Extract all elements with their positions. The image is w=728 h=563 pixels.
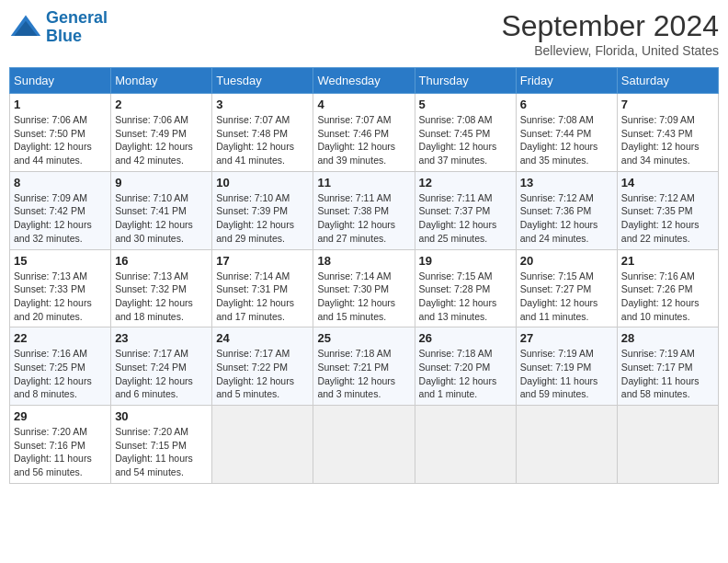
calendar-cell: 27Sunrise: 7:19 AM Sunset: 7:19 PM Dayli…: [516, 327, 617, 406]
calendar-cell: [516, 406, 617, 484]
calendar-cell: 16Sunrise: 7:13 AM Sunset: 7:32 PM Dayli…: [111, 249, 212, 327]
day-number: 14: [621, 176, 714, 190]
day-number: 9: [115, 176, 208, 190]
logo: General Blue: [9, 9, 108, 46]
day-number: 22: [14, 331, 107, 345]
day-number: 27: [520, 331, 613, 345]
col-wednesday: Wednesday: [313, 68, 415, 94]
col-tuesday: Tuesday: [212, 68, 313, 94]
title-area: September 2024 Belleview, Florida, Unite…: [501, 9, 719, 58]
col-sunday: Sunday: [10, 68, 111, 94]
calendar-cell: 23Sunrise: 7:17 AM Sunset: 7:24 PM Dayli…: [111, 327, 212, 406]
calendar-cell: 1Sunrise: 7:06 AM Sunset: 7:50 PM Daylig…: [10, 94, 111, 172]
day-number: 5: [419, 98, 512, 111]
day-number: 21: [621, 254, 714, 268]
day-info: Sunrise: 7:19 AM Sunset: 7:17 PM Dayligh…: [621, 347, 714, 401]
day-number: 24: [216, 331, 309, 345]
calendar-table: Sunday Monday Tuesday Wednesday Thursday…: [9, 67, 719, 484]
day-number: 26: [419, 331, 512, 345]
day-info: Sunrise: 7:15 AM Sunset: 7:27 PM Dayligh…: [520, 270, 613, 324]
day-number: 6: [520, 98, 613, 111]
calendar-week-row: 29Sunrise: 7:20 AM Sunset: 7:16 PM Dayli…: [10, 406, 719, 484]
calendar-week-row: 1Sunrise: 7:06 AM Sunset: 7:50 PM Daylig…: [10, 94, 719, 172]
location: Belleview, Florida, United States: [501, 43, 719, 58]
calendar-cell: 19Sunrise: 7:15 AM Sunset: 7:28 PM Dayli…: [415, 249, 516, 327]
day-number: 2: [115, 98, 208, 111]
day-info: Sunrise: 7:20 AM Sunset: 7:16 PM Dayligh…: [14, 425, 107, 479]
day-info: Sunrise: 7:13 AM Sunset: 7:32 PM Dayligh…: [115, 270, 208, 324]
day-info: Sunrise: 7:17 AM Sunset: 7:24 PM Dayligh…: [115, 347, 208, 401]
day-number: 12: [419, 176, 512, 190]
day-number: 8: [14, 176, 107, 190]
calendar-cell: 30Sunrise: 7:20 AM Sunset: 7:15 PM Dayli…: [111, 406, 212, 484]
day-info: Sunrise: 7:08 AM Sunset: 7:45 PM Dayligh…: [419, 113, 512, 167]
col-friday: Friday: [516, 68, 617, 94]
day-info: Sunrise: 7:09 AM Sunset: 7:42 PM Dayligh…: [14, 191, 107, 246]
calendar-cell: 7Sunrise: 7:09 AM Sunset: 7:43 PM Daylig…: [617, 94, 718, 172]
day-number: 15: [14, 254, 107, 268]
day-number: 30: [115, 409, 208, 423]
calendar-cell: [415, 406, 516, 484]
day-info: Sunrise: 7:17 AM Sunset: 7:22 PM Dayligh…: [216, 347, 309, 401]
calendar-cell: 9Sunrise: 7:10 AM Sunset: 7:41 PM Daylig…: [111, 171, 212, 249]
calendar-cell: [212, 406, 313, 484]
calendar-cell: [617, 406, 718, 484]
calendar-week-row: 8Sunrise: 7:09 AM Sunset: 7:42 PM Daylig…: [10, 171, 719, 249]
calendar-cell: 3Sunrise: 7:07 AM Sunset: 7:48 PM Daylig…: [212, 94, 313, 172]
day-number: 20: [520, 254, 613, 268]
day-info: Sunrise: 7:16 AM Sunset: 7:26 PM Dayligh…: [621, 270, 714, 324]
day-info: Sunrise: 7:20 AM Sunset: 7:15 PM Dayligh…: [115, 425, 208, 479]
calendar-header-row: Sunday Monday Tuesday Wednesday Thursday…: [10, 68, 719, 94]
calendar-week-row: 15Sunrise: 7:13 AM Sunset: 7:33 PM Dayli…: [10, 249, 719, 327]
day-number: 13: [520, 176, 613, 190]
day-number: 11: [317, 176, 410, 190]
col-thursday: Thursday: [415, 68, 516, 94]
calendar-cell: 28Sunrise: 7:19 AM Sunset: 7:17 PM Dayli…: [617, 327, 718, 406]
day-info: Sunrise: 7:09 AM Sunset: 7:43 PM Dayligh…: [621, 113, 714, 167]
calendar-cell: 24Sunrise: 7:17 AM Sunset: 7:22 PM Dayli…: [212, 327, 313, 406]
calendar-cell: 4Sunrise: 7:07 AM Sunset: 7:46 PM Daylig…: [313, 94, 415, 172]
calendar-week-row: 22Sunrise: 7:16 AM Sunset: 7:25 PM Dayli…: [10, 327, 719, 406]
calendar-cell: [313, 406, 415, 484]
day-number: 16: [115, 254, 208, 268]
day-info: Sunrise: 7:07 AM Sunset: 7:46 PM Dayligh…: [317, 113, 410, 167]
day-info: Sunrise: 7:13 AM Sunset: 7:33 PM Dayligh…: [14, 270, 107, 324]
day-number: 3: [216, 98, 309, 111]
calendar-cell: 21Sunrise: 7:16 AM Sunset: 7:26 PM Dayli…: [617, 249, 718, 327]
day-number: 10: [216, 176, 309, 190]
calendar-cell: 6Sunrise: 7:08 AM Sunset: 7:44 PM Daylig…: [516, 94, 617, 172]
day-info: Sunrise: 7:06 AM Sunset: 7:49 PM Dayligh…: [115, 113, 208, 167]
logo-icon: [9, 11, 42, 44]
month-title: September 2024: [501, 9, 719, 43]
calendar-cell: 26Sunrise: 7:18 AM Sunset: 7:20 PM Dayli…: [415, 327, 516, 406]
day-number: 1: [14, 98, 107, 111]
day-number: 28: [621, 331, 714, 345]
day-info: Sunrise: 7:16 AM Sunset: 7:25 PM Dayligh…: [14, 347, 107, 401]
day-info: Sunrise: 7:07 AM Sunset: 7:48 PM Dayligh…: [216, 113, 309, 167]
day-info: Sunrise: 7:10 AM Sunset: 7:41 PM Dayligh…: [115, 191, 208, 246]
calendar-cell: 12Sunrise: 7:11 AM Sunset: 7:37 PM Dayli…: [415, 171, 516, 249]
day-info: Sunrise: 7:15 AM Sunset: 7:28 PM Dayligh…: [419, 270, 512, 324]
day-info: Sunrise: 7:10 AM Sunset: 7:39 PM Dayligh…: [216, 191, 309, 246]
day-info: Sunrise: 7:08 AM Sunset: 7:44 PM Dayligh…: [520, 113, 613, 167]
logo-text: General Blue: [46, 9, 108, 46]
calendar-cell: 5Sunrise: 7:08 AM Sunset: 7:45 PM Daylig…: [415, 94, 516, 172]
day-info: Sunrise: 7:11 AM Sunset: 7:38 PM Dayligh…: [317, 191, 410, 246]
calendar-cell: 18Sunrise: 7:14 AM Sunset: 7:30 PM Dayli…: [313, 249, 415, 327]
day-info: Sunrise: 7:11 AM Sunset: 7:37 PM Dayligh…: [419, 191, 512, 246]
day-number: 4: [317, 98, 410, 111]
col-monday: Monday: [111, 68, 212, 94]
calendar-cell: 13Sunrise: 7:12 AM Sunset: 7:36 PM Dayli…: [516, 171, 617, 249]
day-info: Sunrise: 7:06 AM Sunset: 7:50 PM Dayligh…: [14, 113, 107, 167]
calendar-cell: 11Sunrise: 7:11 AM Sunset: 7:38 PM Dayli…: [313, 171, 415, 249]
col-saturday: Saturday: [617, 68, 718, 94]
day-info: Sunrise: 7:14 AM Sunset: 7:31 PM Dayligh…: [216, 270, 309, 324]
day-number: 18: [317, 254, 410, 268]
calendar-cell: 22Sunrise: 7:16 AM Sunset: 7:25 PM Dayli…: [10, 327, 111, 406]
day-info: Sunrise: 7:12 AM Sunset: 7:36 PM Dayligh…: [520, 191, 613, 246]
calendar-cell: 14Sunrise: 7:12 AM Sunset: 7:35 PM Dayli…: [617, 171, 718, 249]
calendar-cell: 10Sunrise: 7:10 AM Sunset: 7:39 PM Dayli…: [212, 171, 313, 249]
calendar-cell: 2Sunrise: 7:06 AM Sunset: 7:49 PM Daylig…: [111, 94, 212, 172]
day-number: 23: [115, 331, 208, 345]
calendar-cell: 15Sunrise: 7:13 AM Sunset: 7:33 PM Dayli…: [10, 249, 111, 327]
